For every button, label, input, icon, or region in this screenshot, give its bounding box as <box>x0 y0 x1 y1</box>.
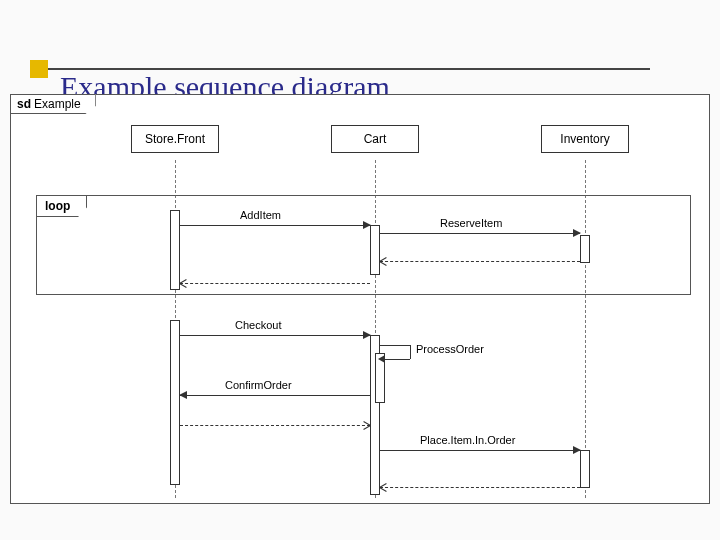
message-return-inventory-cart <box>380 251 580 265</box>
message-confirmorder: ConfirmOrder <box>180 385 370 399</box>
message-checkout-label: Checkout <box>235 319 281 331</box>
title-accent-icon <box>30 60 48 78</box>
lifeline-storefront: Store.Front <box>131 125 219 153</box>
activation-cart-loop <box>370 225 380 275</box>
frame-name: Example <box>34 97 81 111</box>
message-additem: AddItem <box>180 215 370 229</box>
arrow-right-icon <box>573 229 581 237</box>
message-additem-label: AddItem <box>240 209 281 221</box>
message-reserveitem: ReserveItem <box>380 223 580 237</box>
activation-storefront-main <box>170 320 180 485</box>
arrow-left-icon <box>379 257 387 265</box>
lifeline-inventory: Inventory <box>541 125 629 153</box>
message-processorder-label: ProcessOrder <box>416 343 484 355</box>
message-checkout: Checkout <box>180 325 370 339</box>
arrow-right-icon <box>573 446 581 454</box>
arrow-left-icon <box>378 355 385 363</box>
arrow-left-icon <box>379 483 387 491</box>
activation-inventory-loop <box>580 235 590 263</box>
message-return-storefront-cart <box>180 415 370 429</box>
activation-storefront-loop <box>170 210 180 290</box>
message-reserveitem-label: ReserveItem <box>440 217 502 229</box>
activation-inventory-main <box>580 450 590 488</box>
message-confirmorder-label: ConfirmOrder <box>225 379 292 391</box>
message-placeiteminorder-label: Place.Item.In.Order <box>420 434 515 446</box>
arrow-right-icon <box>363 331 371 339</box>
sequence-diagram-frame: sdExample Store.Front Cart Inventory loo… <box>10 94 710 504</box>
arrow-right-icon <box>363 221 371 229</box>
message-placeiteminorder: Place.Item.In.Order <box>380 440 580 454</box>
loop-label: loop <box>36 195 87 217</box>
arrow-left-icon <box>179 391 187 399</box>
arrow-right-icon <box>363 421 371 429</box>
lifeline-cart: Cart <box>331 125 419 153</box>
message-return-cart-storefront <box>180 273 370 287</box>
arrow-left-icon <box>179 279 187 287</box>
frame-prefix: sd <box>17 97 31 111</box>
message-return-inventory-cart-2 <box>380 477 580 491</box>
frame-label: sdExample <box>10 94 96 114</box>
